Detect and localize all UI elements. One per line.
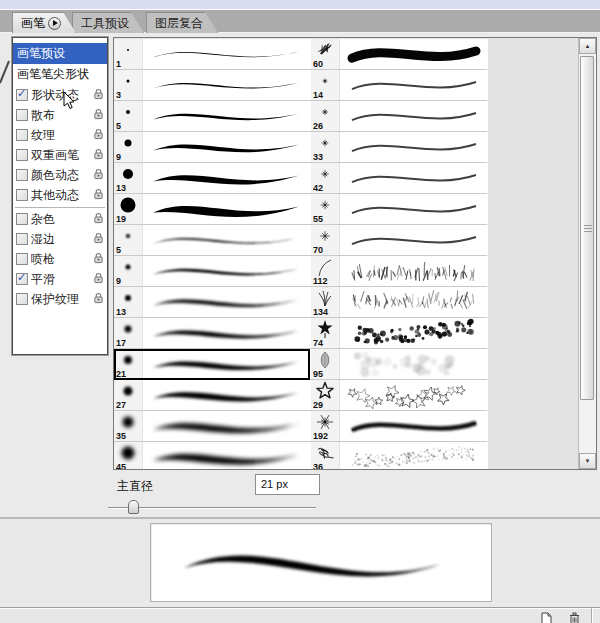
slider-thumb[interactable] bbox=[128, 500, 139, 514]
lock-icon[interactable] bbox=[93, 148, 104, 163]
slider-track[interactable] bbox=[108, 507, 316, 509]
brush-size-label: 36 bbox=[313, 462, 323, 470]
brush-preset-item[interactable]: 60 bbox=[311, 39, 488, 69]
panel-tab-1[interactable]: 画笔 bbox=[12, 12, 76, 33]
list-scrollbar[interactable]: ▲ ▼ bbox=[578, 38, 596, 469]
brush-preset-item[interactable]: 3 bbox=[114, 70, 311, 100]
option-label: 纹理 bbox=[31, 127, 92, 144]
lock-icon[interactable] bbox=[93, 188, 104, 203]
brush-preset-list: 1603145269331342195557091121313417742195… bbox=[113, 37, 597, 470]
brush-preset-item[interactable]: 42 bbox=[311, 163, 488, 193]
brush-preset-item[interactable]: 17 bbox=[114, 318, 311, 348]
brush-preset-item[interactable]: 5 bbox=[114, 101, 311, 131]
brush-stroke-thumbnail bbox=[142, 132, 311, 162]
delete-brush-button[interactable] bbox=[568, 611, 582, 623]
sidebar-group-separator bbox=[15, 207, 105, 208]
sidebar-option-row[interactable]: 其他动态 bbox=[13, 185, 107, 205]
brush-size-label: 27 bbox=[116, 400, 126, 410]
sidebar-option-row[interactable]: ✓形状动态 bbox=[13, 85, 107, 105]
sidebar-option-row[interactable]: ✓平滑 bbox=[13, 269, 107, 289]
lock-icon[interactable] bbox=[93, 232, 104, 247]
panel-tab-2[interactable]: 工具预设 bbox=[72, 12, 144, 33]
option-checkbox[interactable]: ✓ bbox=[16, 89, 28, 101]
brush-preset-item[interactable]: 14 bbox=[311, 70, 488, 100]
option-checkbox[interactable] bbox=[16, 213, 28, 225]
option-checkbox[interactable] bbox=[16, 233, 28, 245]
lock-icon[interactable] bbox=[93, 272, 104, 287]
lock-icon[interactable] bbox=[93, 108, 104, 123]
option-label: 颜色动态 bbox=[31, 167, 92, 184]
lock-icon[interactable] bbox=[93, 252, 104, 267]
brush-list-row: 526 bbox=[114, 101, 486, 132]
brush-tip-icon-cell: 70 bbox=[311, 225, 339, 255]
sidebar-option-row[interactable]: 纹理 bbox=[13, 125, 107, 145]
sidebar-option-row[interactable]: 杂色 bbox=[13, 209, 107, 229]
brushes-panel-body: 画笔预设画笔笔尖形状✓形状动态散布纹理双重画笔颜色动态其他动态杂色湿边喷枪✓平滑… bbox=[0, 33, 600, 607]
brush-preset-item[interactable]: 112 bbox=[311, 256, 488, 286]
tab-label: 图层复合 bbox=[155, 15, 203, 32]
brush-preset-item[interactable]: 35 bbox=[114, 411, 311, 441]
scroll-down-button[interactable]: ▼ bbox=[579, 453, 596, 469]
brush-tip-icon-cell: 29 bbox=[311, 380, 339, 410]
brush-preset-item[interactable]: 74 bbox=[311, 318, 488, 348]
panel-tab-3[interactable]: 图层复合 bbox=[146, 12, 218, 33]
scrollbar-thumb[interactable] bbox=[580, 56, 594, 400]
brush-preset-item[interactable]: 21 bbox=[114, 349, 311, 379]
sidebar-option-row[interactable]: 保护纹理 bbox=[13, 289, 107, 309]
option-checkbox[interactable] bbox=[16, 253, 28, 265]
option-checkbox[interactable] bbox=[16, 189, 28, 201]
brush-preset-item[interactable]: 13 bbox=[114, 163, 311, 193]
brush-preset-item[interactable]: 55 bbox=[311, 194, 488, 224]
lock-icon[interactable] bbox=[93, 128, 104, 143]
lock-icon[interactable] bbox=[93, 212, 104, 227]
option-checkbox[interactable] bbox=[16, 149, 28, 161]
brush-tip-icon-cell: 13 bbox=[114, 163, 142, 193]
sidebar-option-row[interactable]: 湿边 bbox=[13, 229, 107, 249]
brush-preset-item[interactable]: 36 bbox=[311, 442, 488, 470]
brush-preset-item[interactable]: 5 bbox=[114, 225, 311, 255]
option-checkbox[interactable] bbox=[16, 109, 28, 121]
brush-preset-item[interactable]: 192 bbox=[311, 411, 488, 441]
brush-preset-item[interactable]: 33 bbox=[311, 132, 488, 162]
brush-tip-icon-cell: 36 bbox=[311, 442, 339, 470]
option-label: 其他动态 bbox=[31, 187, 92, 204]
brush-tip-icon-cell: 33 bbox=[311, 132, 339, 162]
brush-tip-icon-cell: 35 bbox=[114, 411, 142, 441]
brush-preset-item[interactable]: 95 bbox=[311, 349, 488, 379]
brush-preset-item[interactable]: 1 bbox=[114, 39, 311, 69]
lock-icon[interactable] bbox=[93, 88, 104, 103]
master-diameter-slider[interactable] bbox=[108, 500, 316, 515]
brush-preset-item[interactable]: 9 bbox=[114, 132, 311, 162]
brush-stroke-thumbnail bbox=[339, 101, 488, 131]
option-checkbox[interactable] bbox=[16, 129, 28, 141]
scroll-up-button[interactable]: ▲ bbox=[579, 38, 596, 54]
option-checkbox[interactable] bbox=[16, 293, 28, 305]
brush-preset-item[interactable]: 26 bbox=[311, 101, 488, 131]
option-checkbox[interactable]: ✓ bbox=[16, 273, 28, 285]
panel-menu-icon[interactable] bbox=[48, 17, 61, 30]
sidebar-nav-2[interactable]: 画笔笔尖形状 bbox=[13, 64, 107, 85]
brush-preset-item[interactable]: 9 bbox=[114, 256, 311, 286]
master-diameter-input[interactable]: 21 px bbox=[255, 474, 320, 495]
sidebar-option-row[interactable]: 双重画笔 bbox=[13, 145, 107, 165]
tab-label: 画笔 bbox=[21, 15, 45, 32]
lock-icon[interactable] bbox=[93, 168, 104, 183]
sidebar-option-row[interactable]: 颜色动态 bbox=[13, 165, 107, 185]
lock-icon[interactable] bbox=[93, 292, 104, 307]
brush-preset-item[interactable]: 19 bbox=[114, 194, 311, 224]
brush-tip-icon-cell: 21 bbox=[114, 349, 142, 379]
brush-preset-item[interactable]: 13 bbox=[114, 287, 311, 317]
brush-preset-item[interactable]: 27 bbox=[114, 380, 311, 410]
brush-stroke-thumbnail bbox=[339, 194, 488, 224]
new-brush-button[interactable] bbox=[540, 611, 554, 623]
sidebar-nav-1[interactable]: 画笔预设 bbox=[13, 43, 107, 64]
sidebar-option-row[interactable]: 喷枪 bbox=[13, 249, 107, 269]
brush-preset-item[interactable]: 29 bbox=[311, 380, 488, 410]
sidebar-option-row[interactable]: 散布 bbox=[13, 105, 107, 125]
brush-stroke-thumbnail bbox=[142, 101, 311, 131]
brush-preset-item[interactable]: 45 bbox=[114, 442, 311, 470]
brush-preset-item[interactable]: 134 bbox=[311, 287, 488, 317]
option-checkbox[interactable] bbox=[16, 169, 28, 181]
brush-tip-icon-cell: 14 bbox=[311, 70, 339, 100]
brush-preset-item[interactable]: 70 bbox=[311, 225, 488, 255]
